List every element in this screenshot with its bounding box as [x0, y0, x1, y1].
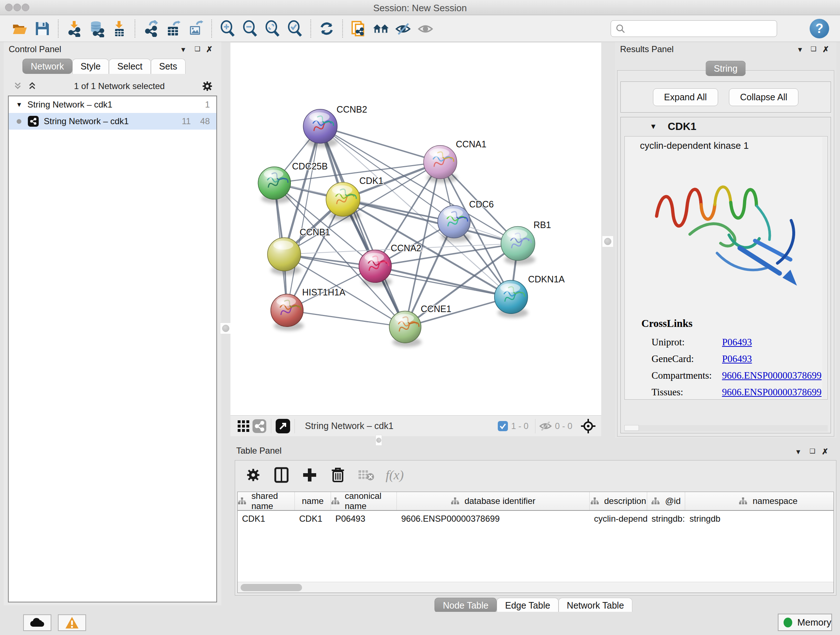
table-tab-node-table[interactable]: Node Table: [434, 598, 497, 613]
network-edge[interactable]: [287, 310, 405, 327]
apply-layout-button[interactable]: [318, 20, 335, 37]
network-options-gear-icon[interactable]: [202, 81, 213, 92]
results-horizontal-scrollbar[interactable]: [624, 425, 828, 432]
network-canvas[interactable]: CCNB2CCNA1CDC25BCDK1CDC6RB1CCNB1CCNA2CDK…: [231, 42, 601, 415]
import-table-file-button[interactable]: [111, 20, 127, 37]
string-view-button[interactable]: [251, 418, 267, 434]
network-node-CDK1[interactable]: [326, 182, 360, 221]
expand-all-chevron-icon[interactable]: [27, 81, 37, 91]
import-network-file-button[interactable]: [66, 20, 82, 37]
column-header-description[interactable]: description: [590, 492, 647, 510]
node-description: cyclin-dependent kinase 1: [640, 140, 749, 151]
network-node-CDC25B[interactable]: [258, 167, 291, 203]
control-panel-menu-button[interactable]: ▾: [181, 45, 185, 54]
export-image-button[interactable]: [187, 20, 204, 37]
table-panel-float-button[interactable]: ❑: [810, 447, 815, 455]
table-row[interactable]: CDK1CDK1P064939606.ENSP00000378699cyclin…: [238, 511, 834, 527]
control-panel-float-button[interactable]: ❑: [195, 45, 201, 53]
zoom-out-button[interactable]: [242, 20, 258, 37]
import-network-database-button[interactable]: [88, 20, 105, 37]
create-column-button[interactable]: [301, 466, 318, 484]
zoom-in-button[interactable]: [219, 20, 236, 37]
network-node-CDC6[interactable]: [438, 206, 471, 242]
column-label: @id: [665, 496, 681, 506]
show-all-button[interactable]: [417, 20, 434, 37]
results-panel-close-button[interactable]: ✗: [823, 45, 829, 54]
hide-selected-button[interactable]: [395, 20, 412, 37]
collapse-all-button[interactable]: Collapse All: [729, 88, 799, 106]
delete-table-button[interactable]: [357, 466, 375, 484]
left-splitter[interactable]: [221, 42, 231, 605]
results-panel-float-button[interactable]: ❑: [811, 45, 816, 53]
network-node-CCNA1[interactable]: [424, 146, 457, 183]
table-tab-network-table[interactable]: Network Table: [559, 598, 632, 613]
export-table-button[interactable]: [165, 20, 182, 37]
collection-expand-caret[interactable]: ▼: [16, 101, 22, 109]
open-session-button[interactable]: [11, 20, 28, 37]
save-session-button[interactable]: [34, 20, 51, 37]
right-splitter-handle[interactable]: [602, 236, 614, 247]
crosslinks-list: Uniprot:P06493GeneCard:P06493Compartment…: [652, 334, 821, 400]
network-collection-row[interactable]: ▼ String Network – cdk1 1: [9, 96, 216, 113]
network-node-CCNA2[interactable]: [359, 250, 392, 287]
network-edge[interactable]: [287, 126, 320, 310]
collapse-all-chevron-icon[interactable]: [13, 81, 22, 91]
warnings-button[interactable]: [58, 614, 86, 631]
zoom-fit-button[interactable]: [264, 20, 281, 37]
function-builder-button[interactable]: f(x): [386, 466, 404, 484]
node-entry-header[interactable]: ▼ CDK1: [621, 117, 831, 135]
crosslink-link[interactable]: P06493: [722, 337, 752, 348]
memory-label: Memory: [797, 617, 831, 628]
network-node-CCNE1[interactable]: [389, 311, 422, 347]
network-node-CCNB1[interactable]: [267, 238, 301, 275]
table-scrollbar-thumb[interactable]: [240, 584, 302, 591]
crosslink-link[interactable]: 9606.ENSP00000378699: [722, 386, 821, 398]
network-row[interactable]: String Network – cdk1 11 48: [9, 113, 216, 130]
column-header-canonical-name[interactable]: canonical name: [331, 492, 397, 510]
table-panel-menu-button[interactable]: ▾: [796, 447, 800, 456]
search-input[interactable]: [611, 20, 777, 37]
delete-column-button[interactable]: [329, 466, 347, 484]
table-panel-close-button[interactable]: ✗: [822, 447, 829, 456]
control-tab-select[interactable]: Select: [109, 59, 150, 74]
help-button[interactable]: ?: [810, 19, 829, 38]
export-table-icon: [165, 20, 182, 37]
network-edge[interactable]: [320, 126, 440, 162]
network-node-CCNB2[interactable]: [303, 109, 338, 148]
control-tab-network[interactable]: Network: [22, 59, 73, 74]
export-network-button[interactable]: [142, 20, 159, 37]
network-node-RB1[interactable]: [501, 226, 535, 265]
column-header-shared-name[interactable]: shared name: [238, 492, 295, 510]
zoom-selected-button[interactable]: [286, 20, 303, 37]
entry-expand-caret[interactable]: ▼: [650, 122, 657, 131]
column-header-id[interactable]: @id: [647, 492, 685, 510]
open-folder-icon: [11, 20, 28, 37]
column-header-name[interactable]: name: [295, 492, 331, 510]
control-tab-style[interactable]: Style: [73, 59, 109, 74]
network-node-HIST1H1A[interactable]: [271, 294, 303, 331]
control-tab-sets[interactable]: Sets: [151, 59, 186, 74]
results-vertical-scrollbar[interactable]: [822, 137, 827, 399]
expand-all-button[interactable]: Expand All: [653, 88, 718, 106]
cloud-status-button[interactable]: [23, 614, 51, 631]
results-panel-menu-button[interactable]: ▾: [798, 45, 802, 54]
column-header-database-identifier[interactable]: database identifier: [397, 492, 590, 510]
right-splitter[interactable]: [601, 42, 615, 436]
crosslink-link[interactable]: P06493: [722, 353, 752, 364]
table-tab-edge-table[interactable]: Edge Table: [497, 598, 559, 613]
column-header-namespace[interactable]: namespace: [685, 492, 834, 510]
crosslink-label: Uniprot:: [652, 337, 722, 348]
clone-network-button[interactable]: [350, 20, 367, 37]
birdseye-view-button[interactable]: [580, 418, 596, 434]
show-columns-button[interactable]: [273, 466, 290, 484]
network-node-CDKN1A[interactable]: [494, 280, 528, 318]
table-settings-button[interactable]: [245, 466, 262, 484]
first-neighbors-button[interactable]: [373, 20, 389, 37]
left-splitter-handle[interactable]: [220, 323, 232, 334]
show-grid-button[interactable]: [235, 418, 251, 434]
memory-button[interactable]: Memory: [778, 614, 832, 631]
crosslink-link[interactable]: 9606.ENSP00000378699: [722, 370, 821, 381]
control-panel-close-button[interactable]: ✗: [206, 45, 213, 54]
results-tab-string[interactable]: String: [706, 61, 745, 76]
open-in-browser-button[interactable]: [275, 418, 291, 434]
